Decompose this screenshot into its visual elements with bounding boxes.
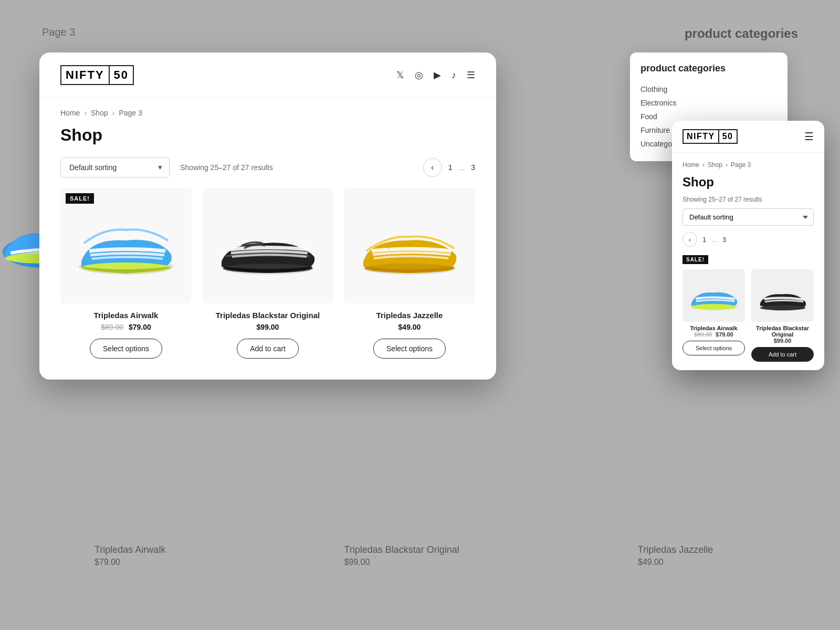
sort-select[interactable]: Default sorting Sort by popularity Sort … [60,158,170,177]
mobile-pagination: ‹ 1 ... 3 [682,232,814,247]
mobile-product-airwalk: Tripledas Airwalk $89.00 $79.00 Select o… [682,269,745,362]
svg-point-11 [691,304,737,310]
mobile-menu-icon[interactable]: ☰ [804,130,814,143]
airwalk-shoe-svg [74,209,178,282]
logo: NIFTY 50 [60,65,134,85]
mobile-logo-fifty: 50 [719,129,738,144]
mobile-blackstar-svg [757,277,809,314]
breadcrumb-shop[interactable]: Shop [91,109,108,117]
mobile-blackstar-price-sale: $99.00 [774,338,792,344]
mobile-airwalk-price-sale: $79.00 [716,331,733,338]
mobile-sale-badge: SALE! [682,255,708,264]
jazzelle-shoe-svg [357,209,462,282]
twitter-icon[interactable]: 𝕏 [396,69,404,81]
bg-product-2: Tripledas Blackstar Original $99.00 [344,544,459,567]
bg-top-left-text: Page 3 [42,26,75,38]
jazzelle-select-options-button[interactable]: Select options [373,339,446,359]
mobile-airwalk-button[interactable]: Select options [682,341,745,355]
blackstar-shoe-svg [215,212,320,280]
mobile-prev-page-button[interactable]: ‹ [682,232,697,247]
mobile-page-dots: ... [711,236,717,244]
mobile-page-title: Shop [682,175,814,190]
sort-wrapper: Default sorting Sort by popularity Sort … [60,158,170,177]
toolbar: Default sorting Sort by popularity Sort … [60,158,475,177]
instagram-icon[interactable]: ◎ [415,69,423,81]
product-image-blackstar [202,188,333,303]
jazzelle-price-sale: $49.00 [398,323,421,331]
mobile-header: NIFTY 50 ☰ [672,121,824,153]
bg-product-1: Tripledas Airwalk $79.00 [94,544,165,567]
mobile-sort-select[interactable]: Default sorting Sort by popularity Sort … [682,208,814,226]
airwalk-price-sale: $79.00 [129,323,151,331]
mobile-page-1[interactable]: 1 [702,236,706,244]
airwalk-select-options-button[interactable]: Select options [90,339,162,359]
jazzelle-name: Tripledas Jazzelle [376,311,443,320]
mobile-airwalk-svg [688,277,740,314]
svg-point-8 [387,247,390,249]
mobile-sort-wrapper: Default sorting Sort by popularity Sort … [682,208,814,232]
product-card-jazzelle: Tripledas Jazzelle $49.00 Select options [344,188,475,359]
mobile-products-grid: Tripledas Airwalk $89.00 $79.00 Select o… [682,269,814,362]
breadcrumb-page: Page 3 [119,109,142,117]
bg-product-3: Tripledas Jazzelle $49.00 [638,544,713,567]
mobile-airwalk-price: $89.00 $79.00 [694,331,733,338]
mobile-blackstar-name: Tripledas Blackstar Original [751,325,814,338]
page-dots: ... [459,163,465,172]
product-image-airwalk: SALE! [60,188,192,303]
airwalk-price-original: $89.00 [101,323,123,331]
mobile-logo: NIFTY 50 [682,129,738,144]
page-3[interactable]: 3 [471,163,475,172]
svg-point-12 [760,305,805,310]
pagination: ‹ 1 ... 3 [423,158,475,177]
jazzelle-price: $49.00 [398,323,421,331]
youtube-icon[interactable]: ▶ [434,69,441,81]
svg-point-10 [408,244,411,246]
mobile-breadcrumb-home[interactable]: Home [682,161,699,169]
page-title: Shop [60,125,475,145]
mobile-breadcrumb-shop[interactable]: Shop [708,161,722,169]
airwalk-price: $89.00 $79.00 [101,323,151,331]
mobile-breadcrumb-page: Page 3 [731,161,751,169]
mobile-airwalk-price-orig: $89.00 [694,331,712,338]
bg-bottom-section: Tripledas Airwalk $79.00 Tripledas Black… [0,544,840,567]
mobile-img-airwalk [682,269,745,322]
mobile-logo-nifty: NIFTY [682,129,719,144]
category-clothing[interactable]: Clothing [640,82,777,96]
blackstar-price-sale: $99.00 [257,323,279,331]
mobile-blackstar-price: $99.00 [774,338,792,344]
mobile-page-3[interactable]: 3 [722,236,726,244]
modal-body: Home › Shop › Page 3 Shop Default sortin… [39,98,496,380]
header-icons: 𝕏 ◎ ▶ ♪ ☰ [396,69,475,81]
mobile-airwalk-name: Tripledas Airwalk [690,325,737,331]
menu-icon[interactable]: ☰ [467,69,475,81]
mobile-img-blackstar [751,269,814,322]
product-card-airwalk: SALE! Tripledas Airwalk $89.00 [60,188,192,359]
category-electronics[interactable]: Electronics [640,96,777,110]
breadcrumb-home[interactable]: Home [60,109,80,117]
mobile-product-blackstar: Tripledas Blackstar Original $99.00 Add … [751,269,814,362]
product-image-jazzelle [344,188,475,303]
page-1[interactable]: 1 [448,163,453,172]
breadcrumb: Home › Shop › Page 3 [60,109,475,117]
prev-page-button[interactable]: ‹ [423,158,442,177]
categories-title: product categories [640,63,777,74]
products-grid: SALE! Tripledas Airwalk $89.00 [60,188,475,359]
main-modal: NIFTY 50 𝕏 ◎ ▶ ♪ ☰ Home › Shop › Page 3 … [39,52,496,380]
tiktok-icon[interactable]: ♪ [452,70,456,81]
blackstar-add-to-cart-button[interactable]: Add to cart [237,339,299,359]
mobile-body: Home › Shop › Page 3 Shop Showing 25–27 … [672,153,824,370]
modal-header: NIFTY 50 𝕏 ◎ ▶ ♪ ☰ [39,52,496,98]
mobile-blackstar-button[interactable]: Add to cart [751,347,814,362]
logo-fifty: 50 [110,65,134,85]
mobile-modal: NIFTY 50 ☰ Home › Shop › Page 3 Shop Sho… [672,121,824,370]
logo-nifty: NIFTY [60,65,110,85]
product-card-blackstar: Tripledas Blackstar Original $99.00 Add … [202,188,333,359]
sale-badge-airwalk: SALE! [66,193,94,204]
mobile-results-text: Showing 25–27 of 27 results [682,196,814,203]
svg-point-9 [398,245,400,247]
blackstar-price: $99.00 [257,323,279,331]
blackstar-name: Tripledas Blackstar Original [216,311,320,320]
results-text: Showing 25–27 of 27 results [180,163,273,172]
mobile-breadcrumb: Home › Shop › Page 3 [682,161,814,169]
bg-top-right-text: product categories [685,26,798,41]
